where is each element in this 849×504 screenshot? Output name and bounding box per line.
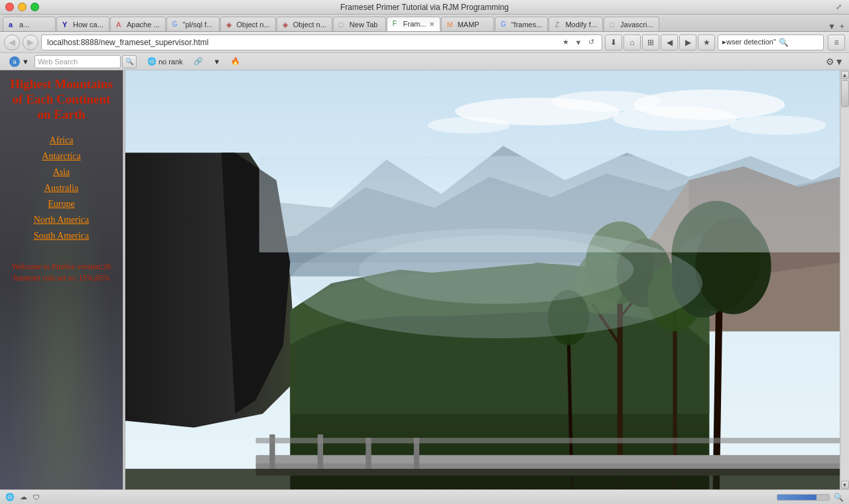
maximize-button[interactable] — [31, 3, 39, 11]
nav-link-antarctica[interactable]: Antarctica — [42, 151, 80, 162]
web-search-text: Web Search — [38, 58, 78, 66]
scrollbar-down-button[interactable]: ▼ — [841, 481, 849, 489]
window-title: Frameset Primer Tutorial via RJM Program… — [340, 3, 509, 12]
sidebar-content: Highest Mountains of Each Continent on E… — [5, 77, 117, 284]
star-bookmark-btn[interactable]: ★ — [698, 34, 715, 50]
tab-yahoo[interactable]: Y How ca... — [56, 17, 109, 31]
scrollbar-track-area[interactable] — [841, 108, 849, 481]
sidebar-frame: Highest Mountains of Each Continent on E… — [0, 70, 123, 489]
url-bar[interactable]: localhost:8888/new_frameset_supervisor.h… — [41, 34, 602, 50]
status-progress-fill — [777, 495, 816, 500]
expand-icon[interactable]: ⤢ — [834, 3, 844, 11]
nav-fwd-btn[interactable]: ▶ — [679, 34, 696, 50]
mountain-image — [125, 70, 840, 489]
status-bar: 🌐 ☁ 🛡 🔍 — [0, 489, 849, 504]
screenshot-button[interactable]: ⊞ — [642, 34, 659, 50]
tab-list-icon[interactable]: ▼ — [826, 22, 838, 31]
search-magnifier-icon[interactable]: 🔍 — [779, 38, 789, 47]
nav-link-north-america[interactable]: North America — [34, 215, 90, 225]
profile-dropdown[interactable]: ▼ — [22, 58, 29, 66]
tab-label-apache: Apache ... — [127, 21, 160, 29]
svg-point-5 — [633, 90, 785, 120]
tab-modify[interactable]: Z Modify f... — [549, 17, 603, 31]
bookmark-star-icon[interactable]: ★ — [560, 37, 571, 48]
nav-back-btn[interactable]: ◀ — [661, 34, 678, 50]
bookmark-fire[interactable]: 🔥 — [227, 56, 244, 67]
tab-favicon-modify: Z — [555, 21, 562, 29]
title-expand-controls[interactable]: ⤢ — [834, 3, 844, 11]
tab-add-icon[interactable]: + — [838, 22, 846, 31]
back-button[interactable]: ◀ — [4, 34, 20, 50]
status-shield-icon: 🛡 — [33, 493, 40, 501]
scrollbar-thumb[interactable] — [841, 80, 849, 107]
status-cloud-icon: ☁ — [20, 493, 27, 501]
tab-favicon-js: □ — [610, 21, 618, 29]
tab-label-new: New Tab — [350, 21, 378, 29]
globe-icon: 🌐 — [147, 57, 157, 66]
bookmark-extra: 🌐 no rank 🔗 ▼ 🔥 — [143, 56, 245, 67]
forward-button[interactable]: ▶ — [23, 34, 38, 50]
menu-button[interactable]: ≡ — [828, 34, 845, 50]
main-frame — [125, 70, 840, 489]
tab-favicon-yahoo: Y — [62, 21, 70, 29]
svg-rect-38 — [259, 157, 840, 253]
bookmark-link[interactable]: 🔗 — [190, 56, 207, 67]
scrollbar-up-button[interactable]: ▲ — [841, 71, 849, 79]
tab-newtab[interactable]: □ New Tab — [333, 17, 386, 31]
tab-label-mamp: MAMP — [458, 21, 480, 29]
profile-icon[interactable]: a ▼ — [5, 55, 33, 68]
content-area: Highest Mountains of Each Continent on E… — [0, 70, 849, 489]
status-zoom-icon[interactable]: 🔍 — [834, 493, 844, 502]
tab-label-frames2: "frames... — [511, 21, 543, 29]
window-controls[interactable] — [5, 3, 39, 11]
url-text: localhost:8888/new_frameset_supervisor.h… — [47, 38, 560, 47]
home-button[interactable]: ⌂ — [623, 34, 641, 50]
download-button[interactable]: ⬇ — [605, 34, 622, 50]
nav-links: Africa Antarctica Asia Australia Europe … — [5, 135, 117, 241]
nav-tools: ⬇ ⌂ ⊞ ◀ ▶ ★ — [605, 34, 715, 50]
search-bar-right[interactable]: ▸wser detection" 🔍 — [718, 34, 824, 50]
tab-mamp[interactable]: M MAMP — [441, 17, 494, 31]
bookmark-globe[interactable]: 🌐 no rank — [143, 56, 187, 67]
nav-link-europe[interactable]: Europe — [48, 199, 74, 210]
nav-link-south-america[interactable]: South America — [34, 231, 90, 241]
tab-object2[interactable]: ◈ Object n... — [277, 17, 332, 31]
web-search-input[interactable]: Web Search — [34, 55, 121, 68]
tab-controls[interactable]: ▼ + — [826, 22, 849, 31]
tab-plsql[interactable]: G "pl/sql f... — [166, 17, 220, 31]
tab-label-yahoo: How ca... — [73, 21, 103, 29]
tab-a[interactable]: a a... — [3, 17, 56, 31]
svg-point-6 — [730, 115, 826, 135]
tab-apache[interactable]: A Apache ... — [110, 17, 166, 31]
minimize-button[interactable] — [18, 3, 27, 11]
nav-link-asia[interactable]: Asia — [53, 167, 70, 178]
close-button[interactable] — [5, 3, 14, 11]
refresh-icon[interactable]: ↺ — [586, 37, 596, 48]
tab-label-obj2: Object n... — [293, 21, 326, 29]
nav-link-australia[interactable]: Australia — [44, 183, 78, 194]
tab-label-obj1: Object n... — [237, 21, 270, 29]
tab-favicon-frames2: G — [501, 21, 509, 29]
svg-point-3 — [428, 117, 510, 133]
tab-label-frame: Fram... — [403, 20, 426, 28]
web-search-button[interactable]: 🔍 — [122, 55, 137, 68]
tab-close-frame[interactable]: ✕ — [429, 21, 434, 28]
tab-frames2[interactable]: G "frames... — [495, 17, 549, 31]
sidebar-title: Highest Mountains of Each Continent on E… — [5, 77, 117, 122]
bookmark-dropdown[interactable]: ▼ — [210, 56, 225, 67]
scrollbar-track: ▲ ▼ — [840, 70, 849, 489]
tab-label-plsql: "pl/sql f... — [183, 21, 213, 29]
profile-circle: a — [9, 56, 20, 67]
tab-favicon-new: □ — [339, 21, 347, 29]
chevron-down-icon[interactable]: ▼ — [573, 37, 584, 48]
tab-frame[interactable]: F Fram... ✕ — [387, 17, 440, 31]
svg-rect-35 — [125, 469, 840, 489]
tab-object1[interactable]: ◈ Object n... — [220, 17, 276, 31]
tab-favicon-plsql: G — [172, 21, 180, 29]
tab-js[interactable]: □ Javascri... — [604, 17, 659, 31]
bookmarks-settings-icon[interactable]: ⚙▼ — [826, 56, 844, 67]
tab-label-a: a... — [19, 21, 29, 29]
no-rank-label: no rank — [159, 58, 183, 66]
nav-link-africa[interactable]: Africa — [50, 135, 74, 146]
status-right-icons: 🔍 — [777, 493, 844, 502]
